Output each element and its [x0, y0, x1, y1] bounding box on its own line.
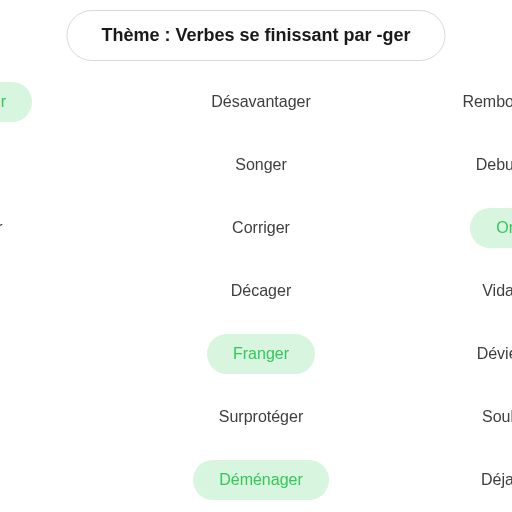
verb-pill[interactable]: Orager: [470, 208, 512, 248]
verb-pill[interactable]: Déménager: [193, 460, 329, 500]
verb-pill[interactable]: Déjauger: [455, 460, 512, 500]
grid-cell: ger: [0, 460, 130, 500]
grid-cell: iger: [0, 334, 130, 374]
grid-cell: Debugger: [392, 145, 512, 185]
verb-pill[interactable]: Franger: [207, 334, 315, 374]
grid-cell: Soulager: [392, 397, 512, 437]
verb-pill[interactable]: Surprotéger: [193, 397, 330, 437]
grid-cell: Songer: [130, 145, 392, 185]
grid-cell: ger: [0, 397, 130, 437]
grid-row: iger Franger Dévierger: [0, 334, 512, 397]
grid-row: vager Désavantager Rembouger: [0, 82, 512, 145]
verb-grid: vager Désavantager Rembouger ger Songer …: [0, 82, 512, 512]
grid-cell: Franger: [130, 334, 392, 374]
verb-pill[interactable]: Soulager: [456, 397, 512, 437]
grid-cell: Déménager: [130, 460, 392, 500]
grid-row: ger Déménager Déjauger: [0, 460, 512, 512]
theme-header: Thème : Verbes se finissant par -ger: [66, 10, 445, 61]
grid-row: ger Décager Vidanger: [0, 271, 512, 334]
verb-pill[interactable]: iger: [0, 334, 19, 374]
grid-cell: Décager: [130, 271, 392, 311]
grid-cell: Désavantager: [130, 82, 392, 122]
verb-pill[interactable]: Debugger: [450, 145, 512, 185]
verb-pill[interactable]: vager: [0, 82, 32, 122]
grid-row: ger Songer Debugger: [0, 145, 512, 208]
verb-pill[interactable]: Dévierger: [451, 334, 512, 374]
verb-pill[interactable]: fuger: [0, 208, 28, 248]
grid-cell: Déjauger: [392, 460, 512, 500]
verb-pill[interactable]: Songer: [209, 145, 313, 185]
theme-title: Thème : Verbes se finissant par -ger: [101, 25, 410, 45]
grid-row: ger Surprotéger Soulager: [0, 397, 512, 460]
verb-pill[interactable]: Vidanger: [456, 271, 512, 311]
grid-cell: Vidanger: [392, 271, 512, 311]
verb-pill[interactable]: ger: [0, 271, 15, 311]
grid-cell: Surprotéger: [130, 397, 392, 437]
verb-pill[interactable]: Décager: [205, 271, 317, 311]
verb-pill[interactable]: ger: [0, 145, 15, 185]
grid-row: fuger Corriger Orager: [0, 208, 512, 271]
grid-cell: Orager: [392, 208, 512, 248]
grid-cell: ger: [0, 145, 130, 185]
grid-cell: Rembouger: [392, 82, 512, 122]
verb-pill[interactable]: Désavantager: [185, 82, 337, 122]
verb-pill[interactable]: Rembouger: [436, 82, 512, 122]
verb-pill[interactable]: ger: [0, 460, 15, 500]
grid-cell: fuger: [0, 208, 130, 248]
grid-cell: Corriger: [130, 208, 392, 248]
verb-pill[interactable]: Corriger: [206, 208, 316, 248]
grid-cell: vager: [0, 82, 130, 122]
grid-cell: ger: [0, 271, 130, 311]
verb-pill[interactable]: ger: [0, 397, 15, 437]
grid-cell: Dévierger: [392, 334, 512, 374]
